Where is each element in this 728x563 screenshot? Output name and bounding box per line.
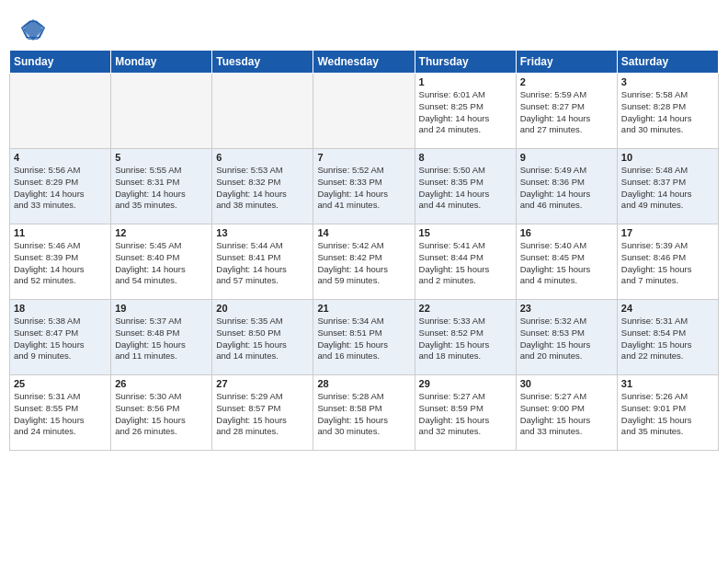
- day-number: 21: [317, 303, 410, 314]
- day-number: 26: [115, 378, 208, 389]
- logo-icon: [20, 17, 46, 42]
- day-number: 3: [621, 76, 714, 87]
- day-number: 22: [419, 303, 512, 314]
- day-number: 17: [621, 227, 714, 238]
- week-row-2: 4Sunrise: 5:56 AM Sunset: 8:29 PM Daylig…: [10, 149, 719, 224]
- day-cell: 13Sunrise: 5:44 AM Sunset: 8:41 PM Dayli…: [212, 224, 313, 300]
- weekday-header-row: SundayMondayTuesdayWednesdayThursdayFrid…: [10, 51, 719, 74]
- day-cell: 3Sunrise: 5:58 AM Sunset: 8:28 PM Daylig…: [617, 74, 718, 149]
- day-number: 2: [520, 76, 613, 87]
- day-cell: [10, 74, 111, 149]
- day-number: 24: [621, 303, 714, 314]
- day-number: 12: [115, 227, 208, 238]
- week-row-5: 25Sunrise: 5:31 AM Sunset: 8:55 PM Dayli…: [10, 375, 719, 451]
- day-info: Sunrise: 5:28 AM Sunset: 8:58 PM Dayligh…: [317, 391, 410, 438]
- day-number: 29: [419, 378, 512, 389]
- day-cell: 23Sunrise: 5:32 AM Sunset: 8:53 PM Dayli…: [516, 300, 617, 375]
- day-cell: 8Sunrise: 5:50 AM Sunset: 8:35 PM Daylig…: [415, 149, 516, 224]
- day-cell: 5Sunrise: 5:55 AM Sunset: 8:31 PM Daylig…: [111, 149, 212, 224]
- day-number: 14: [317, 227, 410, 238]
- day-info: Sunrise: 5:38 AM Sunset: 8:47 PM Dayligh…: [14, 316, 107, 362]
- day-cell: 17Sunrise: 5:39 AM Sunset: 8:46 PM Dayli…: [617, 224, 718, 300]
- day-info: Sunrise: 5:26 AM Sunset: 9:01 PM Dayligh…: [621, 391, 714, 438]
- day-cell: 20Sunrise: 5:35 AM Sunset: 8:50 PM Dayli…: [212, 300, 313, 375]
- day-cell: 4Sunrise: 5:56 AM Sunset: 8:29 PM Daylig…: [10, 149, 111, 224]
- day-number: 16: [520, 227, 613, 238]
- weekday-header-monday: Monday: [111, 51, 212, 74]
- day-number: 1: [419, 76, 512, 87]
- day-info: Sunrise: 5:44 AM Sunset: 8:41 PM Dayligh…: [216, 240, 309, 287]
- day-info: Sunrise: 5:34 AM Sunset: 8:51 PM Dayligh…: [317, 316, 410, 362]
- day-info: Sunrise: 5:41 AM Sunset: 8:44 PM Dayligh…: [419, 240, 512, 287]
- day-cell: 24Sunrise: 5:31 AM Sunset: 8:54 PM Dayli…: [617, 300, 718, 375]
- day-number: 23: [520, 303, 613, 314]
- day-cell: 21Sunrise: 5:34 AM Sunset: 8:51 PM Dayli…: [313, 300, 415, 375]
- day-cell: [313, 74, 415, 149]
- week-row-1: 1Sunrise: 6:01 AM Sunset: 8:25 PM Daylig…: [10, 74, 719, 149]
- day-cell: [212, 74, 313, 149]
- day-info: Sunrise: 5:48 AM Sunset: 8:37 PM Dayligh…: [621, 165, 714, 212]
- day-info: Sunrise: 5:42 AM Sunset: 8:42 PM Dayligh…: [317, 240, 410, 287]
- day-info: Sunrise: 5:50 AM Sunset: 8:35 PM Dayligh…: [419, 165, 512, 212]
- day-cell: 16Sunrise: 5:40 AM Sunset: 8:45 PM Dayli…: [516, 224, 617, 300]
- day-number: 10: [621, 152, 714, 163]
- day-cell: 29Sunrise: 5:27 AM Sunset: 8:59 PM Dayli…: [415, 375, 516, 451]
- day-number: 25: [14, 378, 107, 389]
- day-info: Sunrise: 5:49 AM Sunset: 8:36 PM Dayligh…: [520, 165, 613, 212]
- weekday-header-friday: Friday: [516, 51, 617, 74]
- calendar-table: SundayMondayTuesdayWednesdayThursdayFrid…: [9, 50, 719, 451]
- day-info: Sunrise: 5:27 AM Sunset: 9:00 PM Dayligh…: [520, 391, 613, 438]
- day-cell: 10Sunrise: 5:48 AM Sunset: 8:37 PM Dayli…: [617, 149, 718, 224]
- weekday-header-saturday: Saturday: [617, 51, 718, 74]
- day-number: 19: [115, 303, 208, 314]
- day-cell: 19Sunrise: 5:37 AM Sunset: 8:48 PM Dayli…: [111, 300, 212, 375]
- day-cell: 26Sunrise: 5:30 AM Sunset: 8:56 PM Dayli…: [111, 375, 212, 451]
- day-info: Sunrise: 5:40 AM Sunset: 8:45 PM Dayligh…: [520, 240, 613, 287]
- week-row-3: 11Sunrise: 5:46 AM Sunset: 8:39 PM Dayli…: [10, 224, 719, 300]
- day-info: Sunrise: 5:55 AM Sunset: 8:31 PM Dayligh…: [115, 165, 208, 212]
- day-cell: 15Sunrise: 5:41 AM Sunset: 8:44 PM Dayli…: [415, 224, 516, 300]
- day-number: 15: [419, 227, 512, 238]
- day-info: Sunrise: 5:39 AM Sunset: 8:46 PM Dayligh…: [621, 240, 714, 287]
- day-cell: 27Sunrise: 5:29 AM Sunset: 8:57 PM Dayli…: [212, 375, 313, 451]
- day-cell: 2Sunrise: 5:59 AM Sunset: 8:27 PM Daylig…: [516, 74, 617, 149]
- day-cell: 31Sunrise: 5:26 AM Sunset: 9:01 PM Dayli…: [617, 375, 718, 451]
- week-row-4: 18Sunrise: 5:38 AM Sunset: 8:47 PM Dayli…: [10, 300, 719, 375]
- day-info: Sunrise: 5:33 AM Sunset: 8:52 PM Dayligh…: [419, 316, 512, 362]
- day-cell: 22Sunrise: 5:33 AM Sunset: 8:52 PM Dayli…: [415, 300, 516, 375]
- day-cell: 6Sunrise: 5:53 AM Sunset: 8:32 PM Daylig…: [212, 149, 313, 224]
- weekday-header-thursday: Thursday: [415, 51, 516, 74]
- day-info: Sunrise: 5:35 AM Sunset: 8:50 PM Dayligh…: [216, 316, 309, 362]
- day-number: 27: [216, 378, 309, 389]
- day-cell: 18Sunrise: 5:38 AM Sunset: 8:47 PM Dayli…: [10, 300, 111, 375]
- day-cell: 1Sunrise: 6:01 AM Sunset: 8:25 PM Daylig…: [415, 74, 516, 149]
- weekday-header-sunday: Sunday: [10, 51, 111, 74]
- day-cell: 28Sunrise: 5:28 AM Sunset: 8:58 PM Dayli…: [313, 375, 415, 451]
- day-number: 4: [14, 152, 107, 163]
- day-info: Sunrise: 5:27 AM Sunset: 8:59 PM Dayligh…: [419, 391, 512, 438]
- day-number: 8: [419, 152, 512, 163]
- day-number: 13: [216, 227, 309, 238]
- day-cell: 7Sunrise: 5:52 AM Sunset: 8:33 PM Daylig…: [313, 149, 415, 224]
- day-info: Sunrise: 5:30 AM Sunset: 8:56 PM Dayligh…: [115, 391, 208, 438]
- day-cell: 25Sunrise: 5:31 AM Sunset: 8:55 PM Dayli…: [10, 375, 111, 451]
- day-info: Sunrise: 5:29 AM Sunset: 8:57 PM Dayligh…: [216, 391, 309, 438]
- day-cell: 30Sunrise: 5:27 AM Sunset: 9:00 PM Dayli…: [516, 375, 617, 451]
- day-cell: 9Sunrise: 5:49 AM Sunset: 8:36 PM Daylig…: [516, 149, 617, 224]
- day-info: Sunrise: 5:53 AM Sunset: 8:32 PM Dayligh…: [216, 165, 309, 212]
- day-info: Sunrise: 5:45 AM Sunset: 8:40 PM Dayligh…: [115, 240, 208, 287]
- day-info: Sunrise: 5:58 AM Sunset: 8:28 PM Dayligh…: [621, 89, 714, 136]
- day-info: Sunrise: 5:46 AM Sunset: 8:39 PM Dayligh…: [14, 240, 107, 287]
- day-number: 7: [317, 152, 410, 163]
- day-cell: 12Sunrise: 5:45 AM Sunset: 8:40 PM Dayli…: [111, 224, 212, 300]
- day-number: 18: [14, 303, 107, 314]
- day-number: 5: [115, 152, 208, 163]
- day-info: Sunrise: 6:01 AM Sunset: 8:25 PM Dayligh…: [419, 89, 512, 136]
- weekday-header-tuesday: Tuesday: [212, 51, 313, 74]
- weekday-header-wednesday: Wednesday: [313, 51, 415, 74]
- day-info: Sunrise: 5:37 AM Sunset: 8:48 PM Dayligh…: [115, 316, 208, 362]
- day-info: Sunrise: 5:32 AM Sunset: 8:53 PM Dayligh…: [520, 316, 613, 362]
- day-number: 6: [216, 152, 309, 163]
- day-info: Sunrise: 5:31 AM Sunset: 8:54 PM Dayligh…: [621, 316, 714, 362]
- day-cell: 14Sunrise: 5:42 AM Sunset: 8:42 PM Dayli…: [313, 224, 415, 300]
